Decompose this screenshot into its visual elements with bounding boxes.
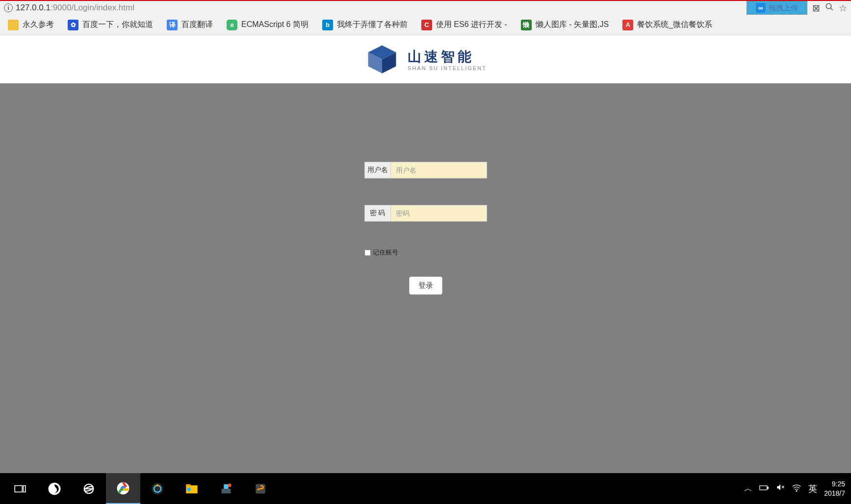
svg-point-25 xyxy=(796,491,797,492)
tool-icon[interactable] xyxy=(209,473,243,504)
bookmark-item[interactable]: 译百度翻译 xyxy=(167,20,213,30)
url-display[interactable]: i 127.0.0.1:9000/Login/index.html xyxy=(4,3,747,13)
svg-rect-17 xyxy=(222,489,231,493)
svg-rect-6 xyxy=(24,485,26,492)
svg-rect-21 xyxy=(760,485,767,489)
site-icon: C xyxy=(421,20,432,30)
upload-label: 拖拽上传 xyxy=(769,3,798,13)
bookmark-item[interactable]: 永久参考 xyxy=(8,20,54,30)
browser360-icon[interactable] xyxy=(140,473,175,504)
bookmark-item[interactable]: b我终于弄懂了各种前 xyxy=(322,20,408,30)
remember-text: 记住账号 xyxy=(373,248,398,257)
logo-subtitle: SHAN SU INTELLIGENT xyxy=(408,65,487,71)
volume-icon[interactable] xyxy=(776,483,785,494)
url-port: :9000 xyxy=(51,3,72,12)
translate-icon[interactable]: ⊠ xyxy=(812,2,820,14)
ime-indicator[interactable]: 英 xyxy=(808,483,817,495)
zoom-icon[interactable] xyxy=(825,2,834,14)
sublime-icon[interactable] xyxy=(243,473,278,504)
clock-date: 2018/7 xyxy=(824,489,845,498)
battery-icon[interactable] xyxy=(759,484,769,494)
logo-title: 山速智能 xyxy=(408,48,487,66)
wifi-icon[interactable] xyxy=(792,483,801,494)
svg-line-1 xyxy=(830,8,833,10)
password-field: 密 码 xyxy=(364,205,487,222)
username-label: 用户名 xyxy=(365,162,391,178)
bookmark-item[interactable]: A餐饮系统_微信餐饮系 xyxy=(622,20,712,30)
site-icon: b xyxy=(322,20,333,30)
svg-point-13 xyxy=(156,484,159,486)
baidu-icon: ✿ xyxy=(68,20,78,30)
bookmarks-bar: 永久参考 ✿百度一下，你就知道 译百度翻译 eECMAScript 6 简明 b… xyxy=(0,15,851,35)
edge-swirl-icon[interactable] xyxy=(37,473,72,504)
svg-rect-18 xyxy=(224,484,228,488)
password-label: 密 码 xyxy=(365,205,391,221)
url-host: 127.0.0.1 xyxy=(16,3,51,12)
bookmark-item[interactable]: 懒懒人图库 - 矢量图,JS xyxy=(521,20,609,30)
bookmark-item[interactable]: eECMAScript 6 简明 xyxy=(227,20,309,30)
logo-icon xyxy=(364,44,400,75)
bookmark-item[interactable]: ✿百度一下，你就知道 xyxy=(68,20,153,30)
translate-icon: 译 xyxy=(167,20,178,30)
username-input[interactable] xyxy=(391,162,487,178)
folder-icon xyxy=(8,20,19,30)
drag-upload-button[interactable]: ∞ 拖拽上传 xyxy=(747,1,807,15)
system-tray: ︿ 英 9:25 2018/7 xyxy=(744,479,848,497)
password-input[interactable] xyxy=(391,205,487,221)
chrome-icon[interactable] xyxy=(106,473,140,504)
svg-rect-5 xyxy=(15,485,22,492)
file-explorer-icon[interactable] xyxy=(175,473,209,504)
remember-checkbox[interactable] xyxy=(364,250,371,256)
main-content: 用户名 密 码 记住账号 登录 xyxy=(0,83,851,473)
site-icon: 懒 xyxy=(521,20,532,30)
remember-checkbox-label[interactable]: 记住账号 xyxy=(364,248,487,257)
svg-rect-16 xyxy=(187,487,191,491)
tray-chevron-icon[interactable]: ︿ xyxy=(744,483,752,494)
username-field: 用户名 xyxy=(364,162,487,178)
browser-address-bar: i 127.0.0.1:9000/Login/index.html ∞ 拖拽上传… xyxy=(0,0,851,15)
taskbar: ︿ 英 9:25 2018/7 xyxy=(0,473,851,504)
svg-rect-15 xyxy=(186,484,190,486)
clock[interactable]: 9:25 2018/7 xyxy=(824,479,845,497)
star-icon[interactable]: ☆ xyxy=(839,2,847,14)
bookmark-item[interactable]: C使用 ES6 进行开发 - xyxy=(421,20,507,30)
login-button[interactable]: 登录 xyxy=(409,277,442,295)
clock-time: 9:25 xyxy=(824,479,845,488)
svg-rect-22 xyxy=(768,487,769,488)
infinity-icon: ∞ xyxy=(756,3,766,13)
ie-icon[interactable] xyxy=(72,473,106,504)
svg-point-19 xyxy=(228,483,232,487)
url-path: /Login/index.html xyxy=(71,3,134,12)
task-view-icon[interactable] xyxy=(3,473,37,504)
ecma-icon: e xyxy=(227,20,237,30)
site-info-icon[interactable]: i xyxy=(4,3,13,12)
login-form: 用户名 密 码 记住账号 登录 xyxy=(364,162,487,473)
svg-point-0 xyxy=(826,3,831,9)
page-header: 山速智能 SHAN SU INTELLIGENT xyxy=(0,35,851,83)
site-icon: A xyxy=(622,20,633,30)
